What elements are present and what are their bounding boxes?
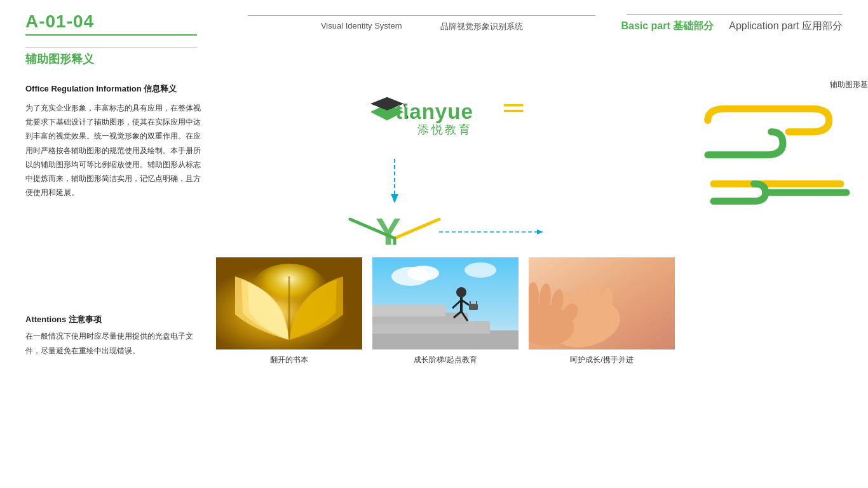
header-green-line <box>25 34 197 36</box>
page-code: A-01-04 <box>25 11 197 32</box>
stairs-caption: 成长阶梯/起点教育 <box>414 355 477 365</box>
nav-app-label[interactable]: Application part 应用部分 <box>729 20 843 33</box>
svg-point-20 <box>465 262 496 278</box>
svg-point-25 <box>456 287 466 297</box>
svg-rect-31 <box>469 304 478 310</box>
hands-image-item: 呵护成长/携手并进 <box>529 257 675 365</box>
attentions-heading: Attentions 注意事项 <box>25 314 203 325</box>
right-column: 辅助图形基本形状 <box>688 73 868 365</box>
svg-point-19 <box>407 266 439 281</box>
svg-text:添悦教育: 添悦教育 <box>417 123 472 136</box>
center-column: tianyue 添悦教育 <box>216 73 675 365</box>
shapes-label: 辅助图形基本形状 <box>688 79 868 90</box>
subtitle-area: 辅助图形释义 <box>0 42 868 67</box>
header-left: A-01-04 <box>25 11 197 36</box>
logo-area: tianyue 添悦教育 <box>216 86 675 149</box>
stairs-image-item: 成长阶梯/起点教育 <box>372 257 519 365</box>
images-row: 翻开的书本 <box>216 257 675 365</box>
svg-marker-10 <box>391 194 398 203</box>
book-placeholder <box>216 257 362 349</box>
arrow-svg: Y <box>312 156 579 245</box>
page-subtitle: 辅助图形释义 <box>25 53 94 65</box>
right-divider <box>627 14 843 15</box>
center-divider <box>248 15 595 16</box>
shapes-svg <box>688 103 868 230</box>
hands-placeholder <box>529 257 675 349</box>
svg-marker-13 <box>537 229 543 234</box>
book-image-item: 翻开的书本 <box>216 257 362 365</box>
center-nav: Visual Identity System 品牌视觉形象识别系统 <box>321 21 523 32</box>
tianyue-logo: tianyue 添悦教育 <box>356 86 534 149</box>
subtitle-line <box>25 47 197 48</box>
main-content: Office Regulation Information 信息释义 为了充实企… <box>0 67 868 365</box>
header: A-01-04 Visual Identity System 品牌视觉形象识别系… <box>0 0 868 42</box>
right-nav: Basic part 基础部分 Application part 应用部分 <box>621 20 843 33</box>
svg-text:tianyue: tianyue <box>395 100 473 123</box>
arrow-illustration: Y <box>312 156 579 245</box>
stairs-placeholder <box>372 257 519 349</box>
attentions-text: 在一般情况下使用时应尽量使用提供的光盘电子文件，尽量避免在重绘中出现错误。 <box>25 329 203 357</box>
book-caption: 翻开的书本 <box>270 355 308 365</box>
vis-system-label: Visual Identity System <box>321 21 402 32</box>
svg-rect-24 <box>372 305 445 316</box>
info-text: 为了充实企业形象，丰富标志的具有应用，在整体视觉要求下基础设计了辅助图形，使其在… <box>25 101 203 200</box>
info-heading: Office Regulation Information 信息释义 <box>25 83 203 95</box>
svg-text:Y: Y <box>376 210 401 245</box>
left-column: Office Regulation Information 信息释义 为了充实企… <box>25 73 203 365</box>
nav-basic-label[interactable]: Basic part 基础部分 <box>621 20 714 33</box>
svg-point-38 <box>589 284 602 315</box>
brand-label: 品牌视觉形象识别系统 <box>440 21 523 32</box>
hands-caption: 呵护成长/携手并进 <box>570 355 633 365</box>
